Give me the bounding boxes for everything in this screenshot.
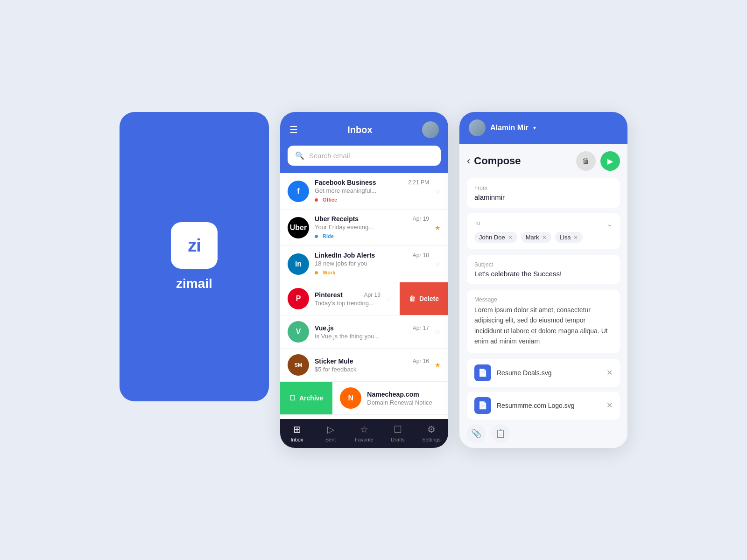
email-time: Apr 17 xyxy=(413,325,429,331)
email-time: Apr 19 xyxy=(364,292,381,298)
email-preview: Get more meaningful... xyxy=(315,187,429,194)
inbox-avatar[interactable] xyxy=(422,121,439,138)
remove-attachment[interactable]: ✕ xyxy=(606,401,613,410)
compose-send-button[interactable]: ▶ xyxy=(600,151,620,171)
archive-row: ☐ Archive N Namecheap.com Domain Renewal… xyxy=(280,382,448,415)
trash-icon: 🗑 xyxy=(409,295,416,302)
email-preview: Your Friday evening... xyxy=(315,224,429,231)
nav-label-settings: Settings xyxy=(422,437,441,442)
search-placeholder: Search email xyxy=(309,152,350,160)
recipient-name: Mark xyxy=(526,234,539,241)
archive-action[interactable]: ☐ Archive xyxy=(280,382,332,414)
subject-field: Subject Let's celebrate the Success! xyxy=(467,255,620,284)
star-icon[interactable]: ☆ xyxy=(435,260,441,268)
attachment-name: Resummme.com Logo.svg xyxy=(497,402,601,409)
compose-delete-button[interactable]: 🗑 xyxy=(576,151,596,171)
archive-email-content[interactable]: N Namecheap.com Domain Renewal Notice xyxy=(332,382,448,414)
from-label: From xyxy=(474,185,613,191)
nav-label-inbox: Inbox xyxy=(291,437,303,442)
star-icon[interactable]: ★ xyxy=(435,361,441,369)
attachment-item: 📄 Resume Deals.svg ✕ xyxy=(467,359,620,387)
email-content: Sticker Mule Apr 16 $5 for feedback xyxy=(315,357,429,373)
compose-actions: 🗑 ▶ xyxy=(576,151,620,171)
attachment-name: Resume Deals.svg xyxy=(497,369,601,377)
compose-user-row: Alamin Mir ▾ xyxy=(469,119,536,136)
email-time: Apr 19 xyxy=(413,216,429,222)
attachment-item: 📄 Resummme.com Logo.svg ✕ xyxy=(467,392,620,420)
email-avatar: P xyxy=(288,288,309,309)
email-sender: LinkedIn Job Alerts xyxy=(315,252,375,259)
email-avatar: f xyxy=(288,181,309,202)
email-avatar: SM xyxy=(288,354,309,376)
splash-app-name: zimail xyxy=(176,276,212,291)
message-text[interactable]: Lorem ipsum dolor sit amet, consectetur … xyxy=(474,305,613,347)
star-icon[interactable]: ☆ xyxy=(435,328,441,336)
splash-logo-box: zi xyxy=(171,222,218,269)
from-value[interactable]: alaminmir xyxy=(474,193,613,201)
compose-username: Alamin Mir xyxy=(490,124,529,132)
message-field: Message Lorem ipsum dolor sit amet, cons… xyxy=(467,290,620,353)
remove-recipient[interactable]: ✕ xyxy=(508,234,513,241)
compose-title: Compose xyxy=(474,155,576,167)
email-preview: Today's top trending... xyxy=(315,300,381,307)
email-sender: Facebook Business xyxy=(315,179,376,186)
email-avatar: in xyxy=(288,253,309,275)
subject-label: Subject xyxy=(474,261,613,268)
star-icon[interactable]: ☆ xyxy=(435,188,441,195)
nav-label-drafts: Drafts xyxy=(391,437,404,442)
star-icon[interactable]: ☆ xyxy=(386,295,392,302)
remove-attachment[interactable]: ✕ xyxy=(606,368,613,377)
subject-value[interactable]: Let's celebrate the Success! xyxy=(474,270,613,278)
nav-item-favorite[interactable]: ☆ Favorite xyxy=(347,424,381,442)
email-time: 2:21 PM xyxy=(408,179,429,186)
attach-file-button[interactable]: 📎 xyxy=(467,424,486,443)
favorite-nav-icon: ☆ xyxy=(360,424,368,435)
nav-item-settings[interactable]: ⚙ Settings xyxy=(415,424,448,442)
inbox-header: ☰ Inbox xyxy=(280,112,448,146)
nav-item-drafts[interactable]: ☐ Drafts xyxy=(381,424,415,442)
chevron-down-icon[interactable]: ▾ xyxy=(533,125,536,131)
delete-action[interactable]: 🗑 Delete xyxy=(400,282,448,315)
search-bar[interactable]: 🔍 Search email xyxy=(288,146,441,166)
email-item[interactable]: in LinkedIn Job Alerts Apr 18 18 new job… xyxy=(280,246,448,282)
compose-screen: Alamin Mir ▾ ‹ Compose 🗑 ▶ From alaminmi… xyxy=(459,112,627,448)
email-avatar: V xyxy=(288,321,309,343)
email-content: Uber Receipts Apr 19 Your Friday evening… xyxy=(315,215,429,240)
hamburger-icon[interactable]: ☰ xyxy=(289,124,298,135)
email-content: Namecheap.com Domain Renewal Notice xyxy=(367,391,441,406)
attach-buttons: 📎 📋 xyxy=(467,424,620,443)
email-sender: Namecheap.com xyxy=(367,391,419,398)
email-item[interactable]: f Facebook Business 2:21 PM Get more mea… xyxy=(280,173,448,210)
nav-label-sent: Sent xyxy=(325,437,336,442)
email-item[interactable]: Uber Uber Receipts Apr 19 Your Friday ev… xyxy=(280,210,448,246)
recipient-name: John Doe xyxy=(479,234,505,241)
email-item[interactable]: H HSBC Apr 15 One Time Password ☆ xyxy=(280,415,448,419)
email-item[interactable]: SM Sticker Mule Apr 16 $5 for feedback ★ xyxy=(280,349,448,382)
back-button[interactable]: ‹ xyxy=(467,155,470,167)
compose-avatar xyxy=(469,119,486,136)
nav-item-inbox[interactable]: ⊞ Inbox xyxy=(280,424,314,442)
star-icon[interactable]: ★ xyxy=(435,224,441,231)
remove-recipient[interactable]: ✕ xyxy=(542,234,547,241)
email-list: f Facebook Business 2:21 PM Get more mea… xyxy=(280,173,448,419)
email-time: Apr 16 xyxy=(413,358,429,364)
email-preview: $5 for feedback xyxy=(315,366,429,373)
email-avatar: N xyxy=(340,387,361,409)
email-content: LinkedIn Job Alerts Apr 18 18 new jobs f… xyxy=(315,252,429,276)
email-content: Pinterest Apr 19 Today's top trending... xyxy=(315,291,381,307)
to-label: To xyxy=(474,220,480,226)
attachment-icon: 📄 xyxy=(474,397,491,414)
swipe-email-content[interactable]: P Pinterest Apr 19 Today's top trending.… xyxy=(280,282,400,315)
inbox-nav-icon: ⊞ xyxy=(293,424,301,435)
splash-logo: zi xyxy=(188,236,201,256)
remove-recipient[interactable]: ✕ xyxy=(573,234,578,241)
attach-image-button[interactable]: 📋 xyxy=(491,424,510,443)
to-expand-icon[interactable]: ⌄ xyxy=(607,220,613,228)
nav-item-sent[interactable]: ▷ Sent xyxy=(314,424,347,442)
archive-label: Archive xyxy=(299,394,323,402)
email-item[interactable]: V Vue.js Apr 17 Is Vue.js the thing you.… xyxy=(280,315,448,349)
screens-container: zi zimail ☰ Inbox 🔍 Search email f xyxy=(120,112,627,448)
recipient-chip: John Doe ✕ xyxy=(474,232,517,243)
compose-title-row: ‹ Compose 🗑 ▶ xyxy=(467,151,620,171)
email-preview: Domain Renewal Notice xyxy=(367,399,441,406)
